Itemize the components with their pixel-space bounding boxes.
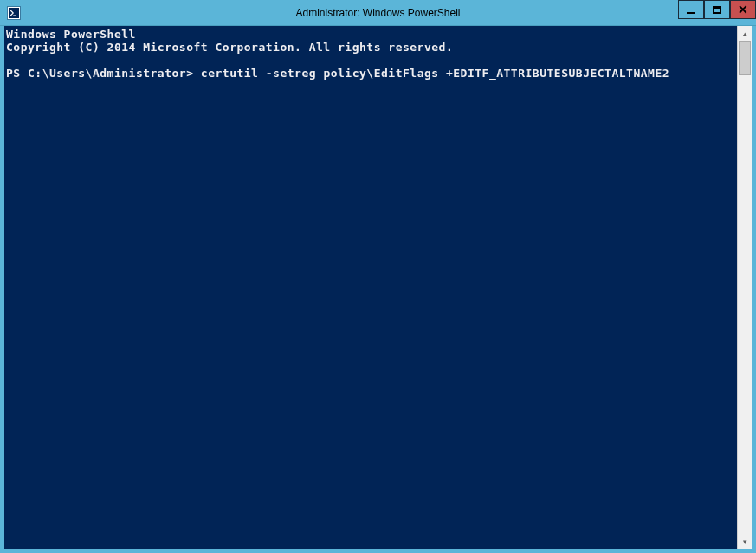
minimize-icon — [687, 11, 695, 14]
close-button[interactable]: ✕ — [730, 0, 756, 19]
scroll-thumb[interactable] — [739, 41, 751, 75]
console-command: certutil -setreg policy\EditFlags +EDITF… — [201, 67, 669, 80]
scroll-track[interactable] — [738, 41, 752, 534]
vertical-scrollbar[interactable]: ▴ ▾ — [737, 26, 752, 549]
console-prompt-line: PS C:\Users\Administrator> certutil -set… — [4, 67, 737, 80]
scroll-up-arrow-icon[interactable]: ▴ — [738, 26, 752, 41]
console-prompt: PS C:\Users\Administrator> — [6, 67, 194, 80]
scroll-down-arrow-icon[interactable]: ▾ — [738, 534, 752, 549]
console-copyright-line: Copyright (C) 2014 Microsoft Corporation… — [4, 41, 737, 54]
titlebar: Administrator: Windows PowerShell ✕ — [0, 0, 756, 26]
console-header-line: Windows PowerShell — [4, 28, 737, 41]
window-title: Administrator: Windows PowerShell — [295, 7, 460, 19]
minimize-button[interactable] — [678, 0, 704, 19]
console-output[interactable]: Windows PowerShellCopyright (C) 2014 Mic… — [4, 26, 737, 549]
console-container: Windows PowerShellCopyright (C) 2014 Mic… — [4, 26, 752, 549]
console-blank-line — [4, 54, 737, 67]
maximize-icon — [713, 6, 721, 14]
maximize-button[interactable] — [704, 0, 730, 19]
powershell-icon — [7, 6, 21, 20]
close-icon: ✕ — [738, 3, 748, 16]
window-controls: ✕ — [678, 0, 756, 19]
